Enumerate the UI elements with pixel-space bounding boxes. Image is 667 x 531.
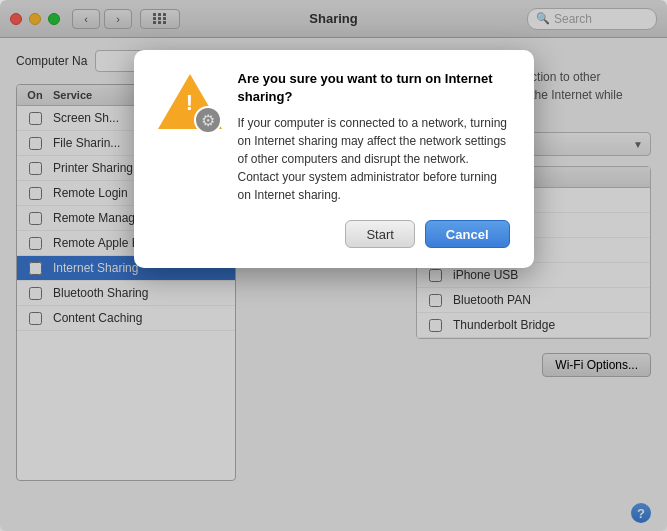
main-window: ‹ › Sharing 🔍 Search Computer Na Edit... [0,0,667,531]
modal-buttons: Start Cancel [158,220,510,248]
warning-exclaim-icon: ! [186,92,193,114]
modal-text-area: Are you sure you want to turn on Interne… [238,70,510,204]
modal-start-button[interactable]: Start [345,220,414,248]
modal-icon: ! ⚙ [158,70,222,134]
modal-cancel-button[interactable]: Cancel [425,220,510,248]
modal-top: ! ⚙ Are you sure you want to turn on Int… [158,70,510,204]
modal-title: Are you sure you want to turn on Interne… [238,70,510,106]
modal-dialog: ! ⚙ Are you sure you want to turn on Int… [134,50,534,268]
modal-overlay: ! ⚙ Are you sure you want to turn on Int… [0,0,667,531]
modal-body: If your computer is connected to a netwo… [238,114,510,204]
gear-icon: ⚙ [194,106,222,134]
